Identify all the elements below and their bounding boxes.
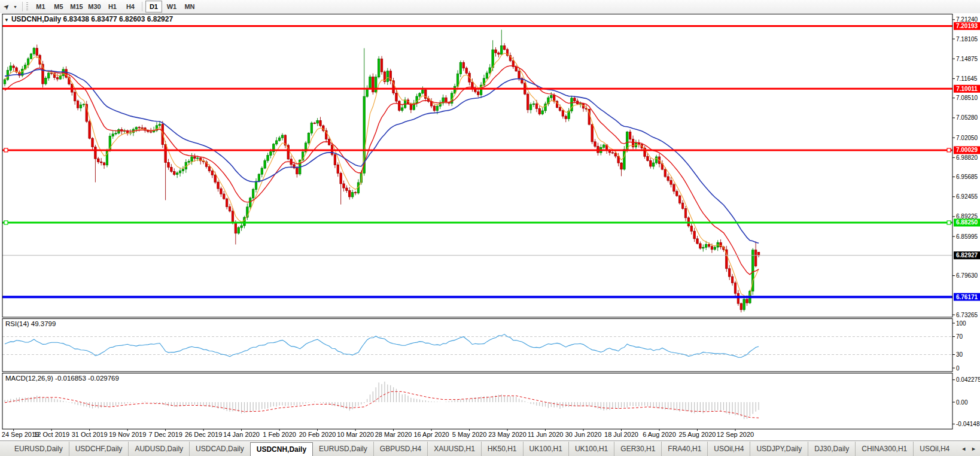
svg-text:26 Dec 2019: 26 Dec 2019 <box>185 431 222 438</box>
svg-text:12 Sep 2020: 12 Sep 2020 <box>717 431 754 438</box>
timeframe-button-m30[interactable]: M30 <box>86 1 103 13</box>
chart-canvas[interactable]: 7.212407.181057.148757.116457.085107.052… <box>0 13 980 440</box>
toolbar-grip-handle[interactable] <box>26 2 28 11</box>
chart-tab-eurusd-daily[interactable]: EURUSD,Daily <box>8 442 69 456</box>
svg-text:7 Dec 2019: 7 Dec 2019 <box>148 431 182 438</box>
chart-cursor-icon[interactable]: ➤ <box>0 0 14 14</box>
toolbar-separator <box>22 2 23 11</box>
timeframe-button-m1[interactable]: M1 <box>32 1 49 13</box>
svg-text:23 May 2020: 23 May 2020 <box>488 431 526 438</box>
timeframe-buttons: M1M5M15M30H1H4D1W1MN <box>32 1 199 13</box>
svg-text:19 Nov 2019: 19 Nov 2019 <box>109 431 146 438</box>
svg-text:6.79630: 6.79630 <box>956 272 978 279</box>
svg-text:1 Feb 2020: 1 Feb 2020 <box>263 431 296 438</box>
svg-text:0.042275: 0.042275 <box>956 376 980 383</box>
svg-text:30: 30 <box>956 351 963 358</box>
svg-text:6 Aug 2020: 6 Aug 2020 <box>643 431 676 438</box>
timeframe-button-w1[interactable]: W1 <box>163 1 180 13</box>
timeframe-button-m15[interactable]: M15 <box>68 1 85 13</box>
svg-text:30 Jun 2020: 30 Jun 2020 <box>565 431 602 438</box>
svg-text:7.21240: 7.21240 <box>956 16 978 23</box>
svg-text:6.73265: 6.73265 <box>956 312 978 318</box>
chart-tab-usdchf-daily[interactable]: USDCHF,Daily <box>69 442 129 456</box>
svg-text:7.20193: 7.20193 <box>956 23 978 29</box>
svg-text:7.00029: 7.00029 <box>956 147 978 153</box>
chart-tab-ger30-h1[interactable]: GER30,H1 <box>614 442 661 456</box>
timeframe-button-h1[interactable]: H1 <box>104 1 121 13</box>
svg-text:18 Jul 2020: 18 Jul 2020 <box>604 431 638 438</box>
svg-text:6.88250: 6.88250 <box>956 219 978 226</box>
macd-indicator-label: MACD(12,26,9) -0.016853 -0.029769 <box>5 375 119 382</box>
svg-text:-0.04148: -0.04148 <box>956 421 980 427</box>
chart-tab-usdcnh-daily[interactable]: USDCNH,Daily <box>250 442 313 456</box>
svg-text:70: 70 <box>956 333 963 340</box>
chart-tab-bar: EURUSD,DailyUSDCHF,DailyAUDUSD,DailyUSDC… <box>0 440 980 456</box>
svg-text:7.11645: 7.11645 <box>956 75 978 82</box>
svg-text:12 Oct 2019: 12 Oct 2019 <box>34 431 69 438</box>
svg-text:14 Jan 2020: 14 Jan 2020 <box>223 431 260 438</box>
chart-tab-xauusd-h1[interactable]: XAUUSD,H1 <box>427 442 481 456</box>
toolbar-separator <box>142 2 142 11</box>
chart-tab-gbpusd-h4[interactable]: GBPUSD,H4 <box>373 442 427 456</box>
svg-text:6.92455: 6.92455 <box>956 193 978 200</box>
ohlc-text: USDCNH,Daily 6.83438 6.83477 6.82603 6.8… <box>11 15 173 23</box>
svg-text:6.85995: 6.85995 <box>956 233 978 240</box>
svg-text:7.05280: 7.05280 <box>956 114 978 121</box>
chart-tab-usoil-h4[interactable]: USOil,H4 <box>913 442 955 456</box>
chart-tab-usdjpy-daily[interactable]: USDJPY,Daily <box>750 442 808 456</box>
chart-tab-eurusd-daily[interactable]: EURUSD,Daily <box>313 442 373 456</box>
chart-tab-uk100-h1[interactable]: UK100,H1 <box>523 442 568 456</box>
timeframe-button-h4[interactable]: H4 <box>122 1 139 13</box>
timeframe-button-mn[interactable]: MN <box>181 1 198 13</box>
svg-text:6.98820: 6.98820 <box>956 154 978 161</box>
svg-text:7.18105: 7.18105 <box>956 36 978 42</box>
tab-scroll-left-icon[interactable]: ◄ <box>961 446 966 452</box>
chart-tab-dj30-daily[interactable]: DJ30,Daily <box>808 442 855 456</box>
svg-text:7.14875: 7.14875 <box>956 56 978 62</box>
svg-text:7.08510: 7.08510 <box>956 95 978 101</box>
chart-ohlc-title: ▼USDCNH,Daily 6.83438 6.83477 6.82603 6.… <box>4 15 173 23</box>
svg-text:10 Mar 2020: 10 Mar 2020 <box>337 431 374 438</box>
chart-tab-fra40-h1[interactable]: FRA40,H1 <box>661 442 707 456</box>
svg-text:16 Apr 2020: 16 Apr 2020 <box>413 431 449 438</box>
chart-window: ▼USDCNH,Daily 6.83438 6.83477 6.82603 6.… <box>0 13 980 440</box>
chart-tab-usoil-h4[interactable]: USOil,H4 <box>707 442 750 456</box>
chart-tab-china300-h1[interactable]: CHINA300,H1 <box>855 442 913 456</box>
svg-text:20 Feb 2020: 20 Feb 2020 <box>299 431 336 438</box>
svg-text:7.02050: 7.02050 <box>956 135 978 141</box>
collapse-ohlc-icon[interactable]: ▼ <box>4 17 9 23</box>
svg-text:100: 100 <box>956 320 966 327</box>
svg-text:7.10011: 7.10011 <box>956 86 978 92</box>
chart-tab-usdcad-daily[interactable]: USDCAD,Daily <box>189 442 250 456</box>
svg-text:6.76171: 6.76171 <box>956 294 978 300</box>
svg-text:31 Oct 2019: 31 Oct 2019 <box>72 431 108 438</box>
svg-text:11 Jun 2020: 11 Jun 2020 <box>528 431 564 438</box>
tab-scroll-right-icon[interactable]: ► <box>971 446 976 452</box>
svg-text:6.95685: 6.95685 <box>956 174 978 180</box>
svg-text:5 May 2020: 5 May 2020 <box>452 431 486 438</box>
chart-tab-audusd-daily[interactable]: AUDUSD,Daily <box>128 442 189 456</box>
svg-text:0: 0 <box>956 365 960 372</box>
chart-tab-uk100-h1[interactable]: UK100,H1 <box>568 442 614 456</box>
svg-text:28 Mar 2020: 28 Mar 2020 <box>375 431 412 438</box>
timeframe-toolbar: ➤ ▼ M1M5M15M30H1H4D1W1MN <box>0 0 980 14</box>
svg-text:0.00: 0.00 <box>956 399 968 406</box>
timeframe-button-d1[interactable]: D1 <box>145 1 162 13</box>
svg-text:6.82927: 6.82927 <box>956 252 978 259</box>
chart-tab-hk50-h1[interactable]: HK50,H1 <box>481 442 523 456</box>
timeframe-button-m5[interactable]: M5 <box>50 1 67 13</box>
rsi-indicator-label: RSI(14) 49.3799 <box>5 320 56 327</box>
svg-text:25 Aug 2020: 25 Aug 2020 <box>679 431 716 438</box>
